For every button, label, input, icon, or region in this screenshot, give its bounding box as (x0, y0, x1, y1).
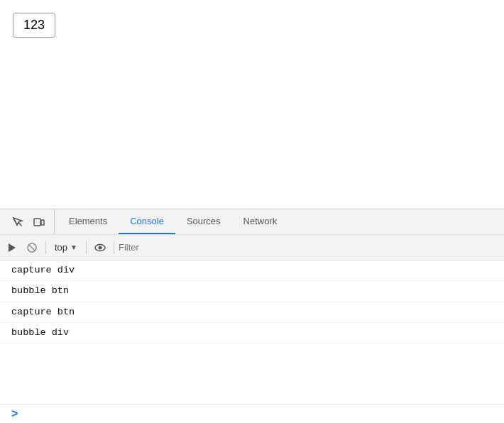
filter-input[interactable] (119, 242, 501, 253)
svg-rect-1 (41, 220, 44, 225)
console-prompt: > (0, 404, 504, 423)
prompt-symbol: > (11, 407, 18, 420)
tab-console[interactable]: Console (119, 209, 175, 234)
toolbar-separator-2 (86, 241, 87, 254)
context-selector[interactable]: top ▼ (50, 239, 82, 256)
inspect-element-icon[interactable] (9, 213, 27, 231)
dropdown-arrow-icon: ▼ (70, 243, 77, 251)
page-content: 123 (0, 0, 504, 209)
demo-box: 123 (13, 13, 55, 38)
svg-rect-0 (34, 219, 40, 226)
console-output: capture div bubble btn capture btn bubbl… (0, 260, 504, 404)
console-line: capture btn (0, 302, 504, 323)
tab-elements[interactable]: Elements (57, 209, 119, 234)
toolbar-separator-1 (45, 241, 46, 254)
clear-console-icon[interactable] (23, 238, 41, 257)
tab-network[interactable]: Network (232, 209, 289, 234)
console-line: bubble div (0, 323, 504, 344)
svg-line-4 (29, 245, 35, 251)
console-input[interactable] (23, 409, 493, 419)
toolbar-separator-3 (114, 241, 114, 254)
run-script-icon[interactable] (3, 238, 21, 257)
console-line: bubble btn (0, 281, 504, 302)
devtools-panel: Elements Console Sources Network (0, 209, 504, 423)
console-toolbar: top ▼ (0, 235, 504, 260)
devtools-tab-icons (3, 209, 55, 234)
devtools-tabbar: Elements Console Sources Network (0, 209, 504, 235)
svg-point-6 (98, 246, 102, 249)
demo-value: 123 (23, 18, 45, 32)
eye-icon[interactable] (91, 238, 109, 257)
context-value: top (55, 242, 67, 253)
device-toolbar-icon[interactable] (30, 213, 48, 231)
devtools-tabs: Elements Console Sources Network (57, 209, 288, 234)
tab-sources[interactable]: Sources (175, 209, 232, 234)
svg-marker-2 (9, 243, 16, 252)
console-line: capture div (0, 260, 504, 281)
